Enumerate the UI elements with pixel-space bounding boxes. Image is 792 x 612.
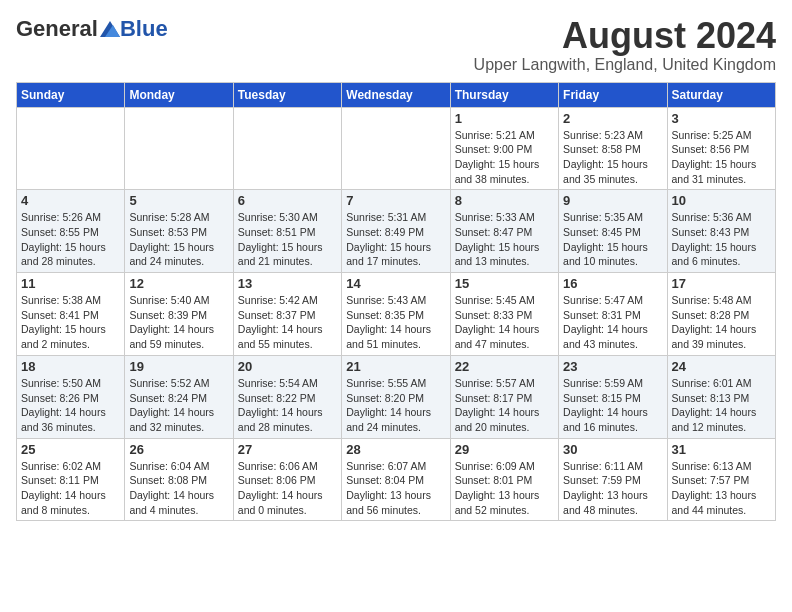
cell-content: Sunrise: 5:52 AM Sunset: 8:24 PM Dayligh…	[129, 376, 228, 435]
day-number: 3	[672, 111, 771, 126]
calendar-cell: 31Sunrise: 6:13 AM Sunset: 7:57 PM Dayli…	[667, 438, 775, 521]
day-number: 14	[346, 276, 445, 291]
logo-blue-text: Blue	[120, 16, 168, 42]
cell-content: Sunrise: 5:55 AM Sunset: 8:20 PM Dayligh…	[346, 376, 445, 435]
calendar-week-row: 1Sunrise: 5:21 AM Sunset: 9:00 PM Daylig…	[17, 107, 776, 190]
cell-content: Sunrise: 5:35 AM Sunset: 8:45 PM Dayligh…	[563, 210, 662, 269]
day-number: 24	[672, 359, 771, 374]
day-number: 21	[346, 359, 445, 374]
col-header-monday: Monday	[125, 82, 233, 107]
cell-content: Sunrise: 5:30 AM Sunset: 8:51 PM Dayligh…	[238, 210, 337, 269]
title-area: August 2024 Upper Langwith, England, Uni…	[474, 16, 776, 74]
day-number: 22	[455, 359, 554, 374]
calendar-cell: 29Sunrise: 6:09 AM Sunset: 8:01 PM Dayli…	[450, 438, 558, 521]
cell-content: Sunrise: 5:23 AM Sunset: 8:58 PM Dayligh…	[563, 128, 662, 187]
calendar-cell: 16Sunrise: 5:47 AM Sunset: 8:31 PM Dayli…	[559, 273, 667, 356]
calendar-cell: 27Sunrise: 6:06 AM Sunset: 8:06 PM Dayli…	[233, 438, 341, 521]
day-number: 17	[672, 276, 771, 291]
calendar-cell: 28Sunrise: 6:07 AM Sunset: 8:04 PM Dayli…	[342, 438, 450, 521]
cell-content: Sunrise: 5:26 AM Sunset: 8:55 PM Dayligh…	[21, 210, 120, 269]
calendar-cell: 7Sunrise: 5:31 AM Sunset: 8:49 PM Daylig…	[342, 190, 450, 273]
day-number: 28	[346, 442, 445, 457]
calendar-cell	[233, 107, 341, 190]
calendar-header-row: SundayMondayTuesdayWednesdayThursdayFrid…	[17, 82, 776, 107]
calendar-cell: 10Sunrise: 5:36 AM Sunset: 8:43 PM Dayli…	[667, 190, 775, 273]
logo-general-text: General	[16, 16, 98, 42]
calendar-cell: 2Sunrise: 5:23 AM Sunset: 8:58 PM Daylig…	[559, 107, 667, 190]
cell-content: Sunrise: 6:01 AM Sunset: 8:13 PM Dayligh…	[672, 376, 771, 435]
calendar-table: SundayMondayTuesdayWednesdayThursdayFrid…	[16, 82, 776, 522]
calendar-week-row: 11Sunrise: 5:38 AM Sunset: 8:41 PM Dayli…	[17, 273, 776, 356]
calendar-cell: 11Sunrise: 5:38 AM Sunset: 8:41 PM Dayli…	[17, 273, 125, 356]
month-year-title: August 2024	[474, 16, 776, 56]
calendar-cell: 6Sunrise: 5:30 AM Sunset: 8:51 PM Daylig…	[233, 190, 341, 273]
cell-content: Sunrise: 5:47 AM Sunset: 8:31 PM Dayligh…	[563, 293, 662, 352]
calendar-cell: 15Sunrise: 5:45 AM Sunset: 8:33 PM Dayli…	[450, 273, 558, 356]
cell-content: Sunrise: 6:11 AM Sunset: 7:59 PM Dayligh…	[563, 459, 662, 518]
day-number: 20	[238, 359, 337, 374]
day-number: 23	[563, 359, 662, 374]
calendar-cell: 26Sunrise: 6:04 AM Sunset: 8:08 PM Dayli…	[125, 438, 233, 521]
location-subtitle: Upper Langwith, England, United Kingdom	[474, 56, 776, 74]
day-number: 2	[563, 111, 662, 126]
day-number: 6	[238, 193, 337, 208]
cell-content: Sunrise: 5:50 AM Sunset: 8:26 PM Dayligh…	[21, 376, 120, 435]
cell-content: Sunrise: 5:59 AM Sunset: 8:15 PM Dayligh…	[563, 376, 662, 435]
cell-content: Sunrise: 5:36 AM Sunset: 8:43 PM Dayligh…	[672, 210, 771, 269]
calendar-cell: 9Sunrise: 5:35 AM Sunset: 8:45 PM Daylig…	[559, 190, 667, 273]
calendar-cell: 22Sunrise: 5:57 AM Sunset: 8:17 PM Dayli…	[450, 355, 558, 438]
calendar-cell: 30Sunrise: 6:11 AM Sunset: 7:59 PM Dayli…	[559, 438, 667, 521]
day-number: 5	[129, 193, 228, 208]
calendar-cell: 14Sunrise: 5:43 AM Sunset: 8:35 PM Dayli…	[342, 273, 450, 356]
day-number: 29	[455, 442, 554, 457]
day-number: 15	[455, 276, 554, 291]
col-header-friday: Friday	[559, 82, 667, 107]
cell-content: Sunrise: 5:40 AM Sunset: 8:39 PM Dayligh…	[129, 293, 228, 352]
header: General Blue August 2024 Upper Langwith,…	[16, 16, 776, 74]
day-number: 27	[238, 442, 337, 457]
cell-content: Sunrise: 5:43 AM Sunset: 8:35 PM Dayligh…	[346, 293, 445, 352]
calendar-cell: 12Sunrise: 5:40 AM Sunset: 8:39 PM Dayli…	[125, 273, 233, 356]
cell-content: Sunrise: 5:48 AM Sunset: 8:28 PM Dayligh…	[672, 293, 771, 352]
day-number: 16	[563, 276, 662, 291]
calendar-cell: 25Sunrise: 6:02 AM Sunset: 8:11 PM Dayli…	[17, 438, 125, 521]
cell-content: Sunrise: 6:13 AM Sunset: 7:57 PM Dayligh…	[672, 459, 771, 518]
calendar-cell: 21Sunrise: 5:55 AM Sunset: 8:20 PM Dayli…	[342, 355, 450, 438]
calendar-cell	[17, 107, 125, 190]
day-number: 4	[21, 193, 120, 208]
cell-content: Sunrise: 6:02 AM Sunset: 8:11 PM Dayligh…	[21, 459, 120, 518]
calendar-cell: 4Sunrise: 5:26 AM Sunset: 8:55 PM Daylig…	[17, 190, 125, 273]
day-number: 26	[129, 442, 228, 457]
day-number: 11	[21, 276, 120, 291]
col-header-tuesday: Tuesday	[233, 82, 341, 107]
cell-content: Sunrise: 5:45 AM Sunset: 8:33 PM Dayligh…	[455, 293, 554, 352]
cell-content: Sunrise: 5:31 AM Sunset: 8:49 PM Dayligh…	[346, 210, 445, 269]
calendar-cell: 3Sunrise: 5:25 AM Sunset: 8:56 PM Daylig…	[667, 107, 775, 190]
day-number: 25	[21, 442, 120, 457]
cell-content: Sunrise: 6:07 AM Sunset: 8:04 PM Dayligh…	[346, 459, 445, 518]
col-header-saturday: Saturday	[667, 82, 775, 107]
day-number: 10	[672, 193, 771, 208]
day-number: 18	[21, 359, 120, 374]
day-number: 1	[455, 111, 554, 126]
logo: General Blue	[16, 16, 168, 42]
cell-content: Sunrise: 5:25 AM Sunset: 8:56 PM Dayligh…	[672, 128, 771, 187]
calendar-cell: 1Sunrise: 5:21 AM Sunset: 9:00 PM Daylig…	[450, 107, 558, 190]
calendar-cell: 24Sunrise: 6:01 AM Sunset: 8:13 PM Dayli…	[667, 355, 775, 438]
calendar-week-row: 18Sunrise: 5:50 AM Sunset: 8:26 PM Dayli…	[17, 355, 776, 438]
day-number: 8	[455, 193, 554, 208]
day-number: 7	[346, 193, 445, 208]
cell-content: Sunrise: 6:09 AM Sunset: 8:01 PM Dayligh…	[455, 459, 554, 518]
day-number: 9	[563, 193, 662, 208]
calendar-week-row: 4Sunrise: 5:26 AM Sunset: 8:55 PM Daylig…	[17, 190, 776, 273]
logo-icon	[100, 21, 120, 37]
calendar-cell: 13Sunrise: 5:42 AM Sunset: 8:37 PM Dayli…	[233, 273, 341, 356]
calendar-week-row: 25Sunrise: 6:02 AM Sunset: 8:11 PM Dayli…	[17, 438, 776, 521]
calendar-cell: 20Sunrise: 5:54 AM Sunset: 8:22 PM Dayli…	[233, 355, 341, 438]
calendar-cell: 8Sunrise: 5:33 AM Sunset: 8:47 PM Daylig…	[450, 190, 558, 273]
cell-content: Sunrise: 5:54 AM Sunset: 8:22 PM Dayligh…	[238, 376, 337, 435]
calendar-cell	[342, 107, 450, 190]
calendar-cell	[125, 107, 233, 190]
calendar-cell: 5Sunrise: 5:28 AM Sunset: 8:53 PM Daylig…	[125, 190, 233, 273]
calendar-cell: 19Sunrise: 5:52 AM Sunset: 8:24 PM Dayli…	[125, 355, 233, 438]
